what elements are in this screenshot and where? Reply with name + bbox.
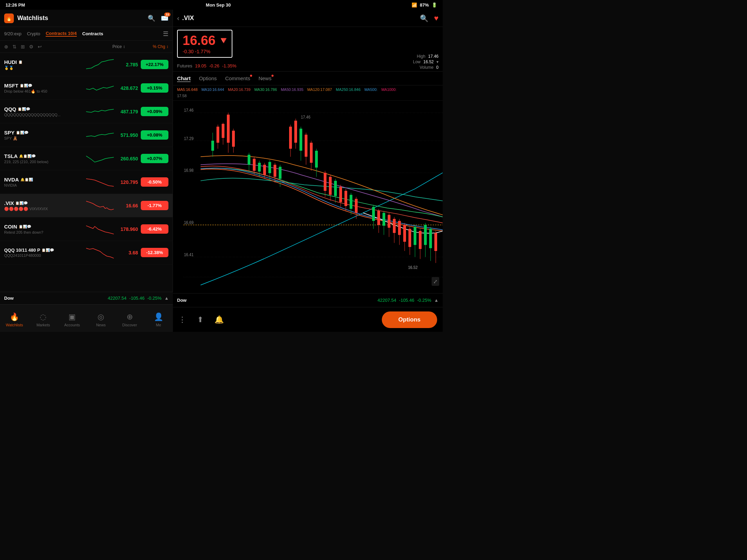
ticker-msft: MSFT [4,83,18,88]
ma30: MA30:16.786 [254,87,277,92]
search-button[interactable]: 🔍 [148,15,155,22]
ma-bar: MA5:16.648 MA10:16.644 MA20:16.739 MA30:… [173,85,443,101]
price-coin: 178.960 [114,226,138,232]
nav-news[interactable]: ◎ News [86,310,115,327]
nav-discover[interactable]: ⊕ Discover [115,310,144,327]
stock-item-spy[interactable]: SPY 📋📊💬 SPY 🧸 571.950 +0.08% [0,123,173,147]
right-header: ‹ .VIX 🔍 ♥ [173,10,443,27]
tab-news[interactable]: News [258,75,271,81]
grid-icon[interactable]: ⊞ [21,44,25,49]
stock-item-coin[interactable]: COIN 📋📊💬 Retest 205 then down? 178.960 -… [0,217,173,241]
svg-rect-16 [216,127,219,143]
stock-item-nvda[interactable]: NVDA 🔔📋📊 NVIDIA 120.795 -0.50% [0,170,173,194]
tab-contracts-10-4[interactable]: Contracts 10/4 [46,31,77,37]
nav-me[interactable]: 👤 Me [144,310,173,327]
menu-icon[interactable]: ☰ [163,30,168,38]
change-qqq-options: -12.38% [141,248,168,257]
svg-rect-18 [222,124,224,138]
tab-comments[interactable]: Comments [225,75,250,81]
stock-item-qqq-options[interactable]: QQQ 10/11 480 P 📋📊💬 QQQ241011P480000 3.6… [0,241,173,264]
svg-rect-77 [403,225,406,242]
col-price-header[interactable]: Price ↕ [112,44,125,49]
add-icon[interactable]: ⊕ [4,44,8,49]
high-value: 17.46 [428,54,439,59]
price-value: 16.66 [183,33,215,48]
col-pct-header[interactable]: % Chg ↕ [153,44,168,49]
search-right-button[interactable]: 🔍 [420,14,428,22]
svg-rect-24 [248,155,250,165]
price-main: 16.66 🔻 [183,33,227,48]
ma250: MA250:16.846 [336,87,361,92]
chart-area[interactable]: 17.46 17.29 16.98 16.69 16.41 16.52 [173,101,443,293]
change-qqq: +0.09% [141,107,168,116]
col-action-icons: ⊕ ⇅ ⊞ ⚙ ↩ [4,44,42,49]
bell-icon[interactable]: 🔔 [214,315,224,324]
ma20: MA20:16.739 [228,87,250,92]
watchlists-nav-icon: 🔥 [10,312,19,321]
stock-item-qqq[interactable]: QQQ 📋📊💬 QQQQQQQQQQQQQQQQQQ... 487.179 +0… [0,100,173,123]
tab-9-20-exp[interactable]: 9/20:exp [4,31,21,36]
price-row: 16.66 🔻 -0.30 -1.77% High 17.46 Low 16.5… [173,27,443,60]
svg-rect-28 [258,163,261,172]
undo-icon[interactable]: ↩ [38,44,42,49]
change-msft: +0.15% [141,83,168,93]
dropdown-icon[interactable]: ▾ [436,59,439,64]
share-icon[interactable]: ⬆ [197,315,203,324]
back-button[interactable]: ‹ [177,14,179,22]
wifi-icon: 📶 [412,2,417,8]
stock-item-hudi[interactable]: HUDI 📋 🥇🥇 2.785 +22.17% [0,53,173,76]
markets-nav-label: Markets [36,323,50,327]
svg-rect-65 [372,207,375,221]
stock-info-tsla: TSLA 🔔📋📊💬 219, 225 (210, 200 below) [4,153,86,164]
nav-watchlists[interactable]: 🔥 Watchlists [0,310,29,327]
sparkline-nvda [86,176,114,188]
svg-rect-53 [329,177,332,195]
price-hudi: 2.785 [114,62,138,67]
svg-rect-69 [382,213,385,226]
sort-icon[interactable]: ⇅ [12,44,17,49]
svg-rect-87 [429,229,432,248]
svg-rect-34 [274,165,276,177]
options-button[interactable]: Options [382,311,437,328]
tab-options[interactable]: Options [199,75,217,81]
favorite-button[interactable]: ♥ [434,14,439,23]
volume-row: Volume 0 [413,65,439,70]
tab-contracts[interactable]: Contracts [82,31,103,36]
svg-rect-43 [299,129,302,151]
dow-label-left: Dow [4,296,13,301]
change-tsla: +0.07% [141,154,168,163]
right-bottom-bar: Dow 42207.54 -105.46 -0.25% ▲ [173,293,443,307]
nav-accounts[interactable]: ▣ Accounts [58,310,86,327]
svg-rect-71 [388,215,390,228]
svg-text:16.41: 16.41 [184,252,194,257]
stock-item-vix[interactable]: .VIX 📋📊💬 🔴🔴🔴🔴🔴 VIXVIXVIX 16.66 -1.77% [0,194,173,217]
change-coin: -6.42% [141,224,168,234]
more-dots-icon[interactable]: ⋮ [178,315,186,324]
stock-info-hudi: HUDI 📋 🥇🥇 [4,59,86,70]
svg-rect-45 [305,135,307,157]
tab-chart[interactable]: Chart [177,75,191,81]
sparkline-vix [86,199,114,212]
accounts-nav-label: Accounts [64,323,80,327]
ma120: MA120:17.087 [307,87,332,92]
ticker-qqq: QQQ [4,106,16,112]
app-title: Watchlists [17,15,48,22]
status-date: Mon Sep 30 [206,2,231,8]
svg-rect-22 [232,131,235,147]
stock-item-msft[interactable]: MSFT 📋📊💬 Drop below 461🔥 to 450 428.672 … [0,76,173,100]
nav-markets[interactable]: ◌ Markets [29,310,57,327]
svg-rect-36 [279,167,282,179]
futures-change: -0.26 [209,63,220,68]
sparkline-hudi [86,58,114,71]
change-spy: +0.08% [141,130,168,140]
right-panel: ‹ .VIX 🔍 ♥ 16.66 🔻 -0.30 -1.77% High 17.… [173,10,443,332]
mail-button[interactable]: ✉️ 33 [161,15,168,22]
tab-crypto[interactable]: Crypto [27,31,40,36]
ticker-tsla: TSLA [4,153,18,159]
settings-icon[interactable]: ⚙ [29,44,34,49]
svg-rect-20 [227,115,230,143]
low-row: Low 16.52 ▾ [413,59,439,64]
stock-item-tsla[interactable]: TSLA 🔔📋📊💬 219, 225 (210, 200 below) 260.… [0,147,173,170]
dow-change-left: -105.46 [129,296,145,301]
ticker-hudi: HUDI [4,59,17,65]
